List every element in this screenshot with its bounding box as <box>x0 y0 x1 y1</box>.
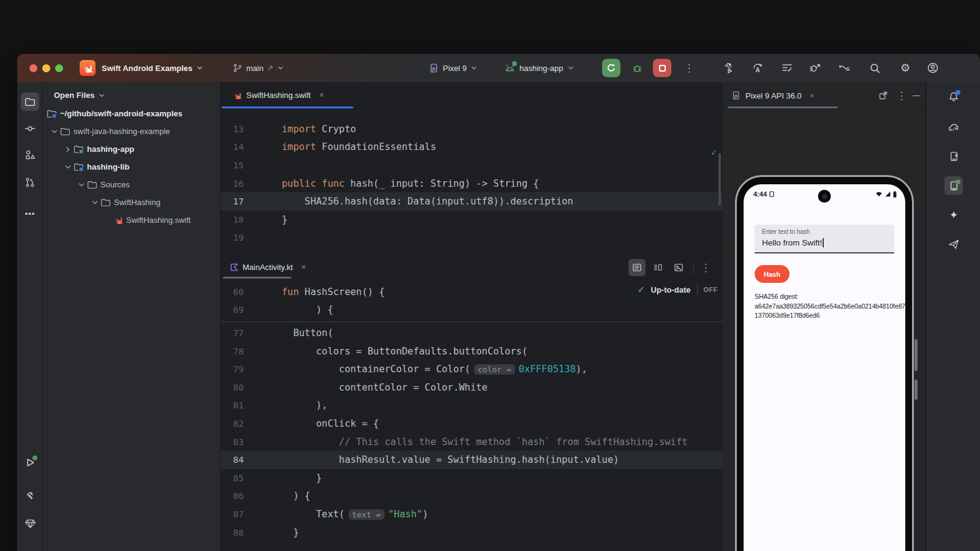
code-line-14[interactable]: 14import FoundationEssentials <box>221 138 723 157</box>
ai-actions-button[interactable]: A <box>750 60 766 76</box>
tree-item-swift-java-hashing-example[interactable]: swift-java-hashing-example <box>43 122 220 140</box>
hash-input-field[interactable]: Enter text to hash Hello from Swift! <box>755 225 894 253</box>
kotlin-editor[interactable]: 60fun HashScreen() {69 ) {77 Button(78 c… <box>221 279 723 551</box>
code-line-17[interactable]: 17 SHA256.hash(data: Data(input.utf8)).d… <box>221 192 723 211</box>
code-line-81[interactable]: 81 ), <box>221 397 723 415</box>
swift-editor[interactable]: 13import Crypto14import FoundationEssent… <box>221 109 723 255</box>
device-selector[interactable]: Pixel 9 <box>429 54 478 82</box>
editor1-scrollbar[interactable] <box>718 153 721 206</box>
sync-project-button[interactable] <box>836 60 852 76</box>
chevron-open-icon[interactable] <box>62 163 74 171</box>
commit-toolwindow-button[interactable] <box>21 119 39 138</box>
vcs-widget[interactable]: main ↗ <box>233 54 284 82</box>
code-line-82[interactable]: 82 onClick = { <box>221 414 723 433</box>
project-toolwindow-button[interactable] <box>21 92 39 111</box>
code-line-69[interactable]: 69 ) { <box>221 301 723 320</box>
gemini-button[interactable]: ✦ <box>944 206 963 224</box>
tree-item-swifthashing-swift[interactable]: SwiftHashing.swift <box>43 211 220 229</box>
pull-requests-toolwindow-button[interactable] <box>21 173 39 192</box>
search-everywhere-button[interactable] <box>867 60 883 76</box>
swift-file-icon <box>114 216 123 225</box>
tree-item-sources[interactable]: Sources <box>43 176 220 193</box>
chevron-closed-icon[interactable] <box>62 145 74 154</box>
code-line-19[interactable]: 19 <box>221 229 723 247</box>
chevron-open-icon[interactable] <box>76 181 87 189</box>
open-in-new-icon <box>878 91 888 100</box>
chevron-open-icon[interactable] <box>89 198 100 207</box>
close-window-button[interactable] <box>29 64 37 72</box>
gradle-toolwindow-button[interactable] <box>944 118 963 137</box>
local-history-button[interactable] <box>779 60 795 76</box>
debug-button[interactable] <box>628 59 646 77</box>
notifications-button[interactable] <box>944 88 963 106</box>
code-line-84[interactable]: 84 hashResult.value = SwiftHashing.hash(… <box>221 451 723 469</box>
code-line-13[interactable]: 13import Crypto <box>221 120 723 138</box>
code-line-87[interactable]: 87 Text(text ="Hash") <box>221 505 723 523</box>
account-button[interactable] <box>925 60 941 76</box>
minimize-window-button[interactable] <box>42 64 50 72</box>
chevron-open-icon[interactable] <box>49 127 60 136</box>
build-toolwindow-button[interactable] <box>21 487 39 505</box>
live-edit-status[interactable]: ✓ Up-to-date OFF <box>638 284 718 295</box>
run-toolwindow-button[interactable] <box>21 453 39 471</box>
structure-toolwindow-button[interactable] <box>21 146 39 164</box>
tree-item-hashing-lib[interactable]: hashing-lib <box>43 158 220 176</box>
panel-options-menu[interactable]: ⋮ <box>894 88 910 103</box>
code-line-77[interactable]: 77 Button( <box>221 324 723 342</box>
close-tab-icon[interactable]: ✕ <box>318 91 324 99</box>
code-view-button[interactable] <box>628 259 646 276</box>
dependencies-toolwindow-button[interactable] <box>21 514 39 533</box>
design-view-button[interactable] <box>670 259 687 276</box>
hash-button[interactable]: Hash <box>755 265 790 283</box>
build-project-button[interactable] <box>721 60 737 76</box>
code-line-85[interactable]: 85 } <box>221 469 723 487</box>
tree-item--github-swift-android-examples[interactable]: ~/github/swift-android-examples <box>43 105 220 122</box>
line-number: 86 <box>221 491 244 501</box>
project-view-selector[interactable]: Open Files <box>43 82 220 105</box>
divider <box>697 284 698 295</box>
branch-name: main <box>246 64 263 73</box>
tree-item-hashing-app[interactable]: hashing-app <box>43 140 220 158</box>
app-quality-insights-button[interactable] <box>944 235 963 253</box>
tab-pixel9-api36[interactable]: Pixel 9 API 36.0 ✕ <box>731 82 815 109</box>
code-line-18[interactable]: 18} <box>221 211 723 229</box>
device-manager-button[interactable] <box>944 147 963 165</box>
code-line-79[interactable]: 79 containerColor = Color(color =0xFFF05… <box>221 360 723 378</box>
maximize-window-button[interactable] <box>55 64 63 72</box>
more-toolwindows-button[interactable]: ••• <box>21 204 39 222</box>
hide-panel-button[interactable]: — <box>908 88 924 103</box>
left-toolwindow-strip: ••• <box>17 82 43 551</box>
line-number: 81 <box>221 400 244 410</box>
settings-button[interactable]: ⚙ <box>897 60 913 76</box>
run-icon <box>25 457 36 468</box>
tab-swifthashing-swift[interactable]: SwiftHashing.swift ✕ <box>221 82 333 108</box>
code-line-15[interactable]: 15 <box>221 156 723 174</box>
code-text: containerColor = Color(color =0xFFF05138… <box>282 364 587 375</box>
rerun-button[interactable] <box>602 59 620 77</box>
code-line-80[interactable]: 80 contentColor = Color.White <box>221 378 723 397</box>
commit-icon <box>24 123 36 134</box>
running-devices-button[interactable] <box>944 176 963 195</box>
inspections-ok-icon[interactable]: ✓ <box>711 147 717 158</box>
tree-item-swifthashing[interactable]: SwiftHashing <box>43 193 220 211</box>
open-in-window-button[interactable] <box>875 88 891 103</box>
line-number: 88 <box>221 528 244 538</box>
run-config-name: hashing-app <box>519 64 564 73</box>
code-line-78[interactable]: 78 colors = ButtonDefaults.buttonColors( <box>221 342 723 361</box>
attach-debugger-button[interactable] <box>807 60 823 76</box>
split-view-button[interactable] <box>649 259 666 276</box>
run-options-menu[interactable]: ⋮ <box>680 59 698 77</box>
project-selector[interactable]: Swift Android Examples <box>102 54 203 82</box>
close-tab-icon[interactable]: ✕ <box>810 92 815 99</box>
run-configuration-selector[interactable]: hashing-app <box>504 54 575 82</box>
close-tab-icon[interactable]: ✕ <box>301 263 306 271</box>
code-line-86[interactable]: 86 ) { <box>221 487 723 506</box>
code-line-88[interactable]: 88 } <box>221 523 723 542</box>
search-icon <box>869 62 881 74</box>
tab-mainactivity-kt[interactable]: MainActivity.kt ✕ <box>221 255 315 279</box>
code-line-16[interactable]: 16public func hash(_ input: String) -> S… <box>221 174 723 193</box>
editor-options-menu[interactable]: ⋮ <box>697 259 714 276</box>
emulator-screen[interactable]: 4:44 Enter text to hash Hello from Swift <box>744 184 905 551</box>
code-line-83[interactable]: 83 // This calls the Swift method `hash`… <box>221 433 723 451</box>
stop-button[interactable] <box>653 59 671 77</box>
